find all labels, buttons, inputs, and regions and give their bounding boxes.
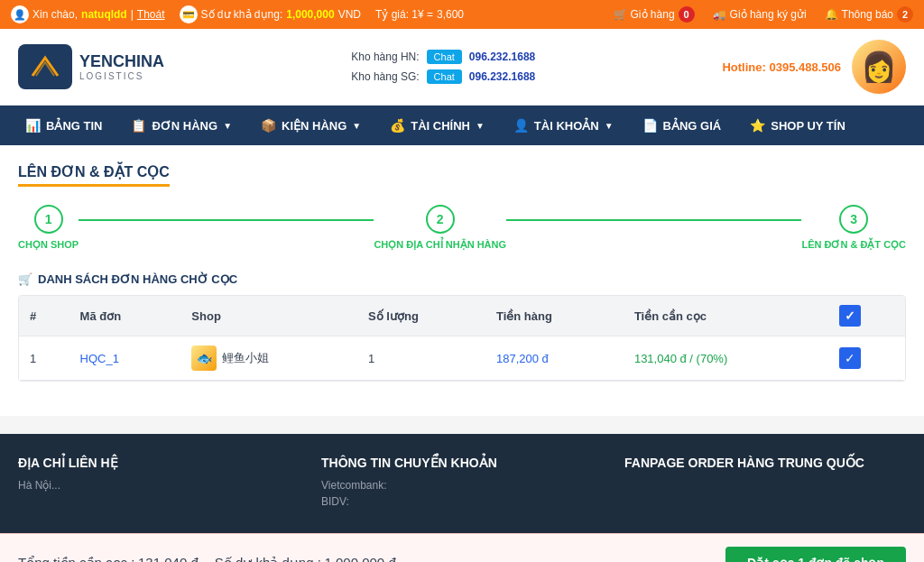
- tai-khoan-icon: 👤: [513, 118, 529, 133]
- cell-index: 1: [19, 336, 69, 381]
- exchange-label: Tỷ giá: 1¥ =: [375, 8, 433, 21]
- order-link[interactable]: HQC_1: [80, 352, 119, 365]
- cart-send-label: Giỏ hàng ký gửi: [730, 8, 807, 21]
- tai-khoan-chevron: ▼: [605, 121, 614, 131]
- separator: |: [131, 8, 134, 21]
- cell-tien-hang: 187,200 đ: [485, 336, 624, 381]
- username[interactable]: natuqldd: [81, 8, 127, 21]
- hotline-text: Hotline: 0395.488.506: [722, 60, 841, 74]
- cell-checkbox[interactable]: ✓: [828, 336, 905, 381]
- tai-khoan-label: TÀI KHOẢN: [534, 119, 599, 133]
- exchange-rate: Tỷ giá: 1¥ = 3,600: [375, 8, 464, 21]
- nav-bang-gia[interactable]: 📄 BẢNG GIÁ: [628, 106, 736, 145]
- footer-col3: FANPAGE ORDER HÀNG TRUNG QUỐC: [624, 456, 906, 511]
- logout-link[interactable]: Thoát: [137, 8, 165, 21]
- footer-col1: ĐỊA CHỈ LIÊN HỆ Hà Nội...: [18, 456, 300, 511]
- bell-icon: 🔔: [825, 8, 838, 21]
- cart-info[interactable]: 🛒 Giỏ hàng 0: [614, 6, 695, 23]
- shop-avatar: 🐟: [191, 345, 217, 371]
- notify-badge: 2: [897, 6, 913, 23]
- header-contact: Kho hàng HN: Chat 096.232.1688 Kho hàng …: [351, 50, 535, 84]
- chat-hn-button[interactable]: Chat: [427, 50, 462, 64]
- bottom-bar: Tổng tiền cần cọc : 131,040 đ Số dư khả …: [0, 533, 924, 562]
- nav-tai-khoan[interactable]: 👤 TÀI KHOẢN ▼: [499, 106, 628, 145]
- step-connector-2: [506, 219, 801, 221]
- contact-hn: Kho hàng HN: Chat 096.232.1688: [351, 50, 535, 64]
- kien-hang-label: KIỆN HÀNG: [282, 119, 346, 133]
- notify-info[interactable]: 🔔 Thông báo 2: [825, 6, 913, 23]
- step-1: 1 CHỌN SHOP: [18, 205, 79, 251]
- cart-icon: 🛒: [614, 8, 627, 21]
- shop-name: 鲤鱼小姐: [222, 350, 269, 366]
- chat-sg-button[interactable]: Chat: [427, 69, 462, 84]
- deposit-button[interactable]: Đặt cọc 1 đơn đã chọn: [725, 547, 906, 562]
- footer-col2: THÔNG TIN CHUYỂN KHOẢN Vietcombank: BIDV…: [321, 456, 603, 511]
- top-bar-right: 🛒 Giỏ hàng 0 🚚 Giỏ hàng ký gửi 🔔 Thông b…: [614, 6, 913, 23]
- brand-sub: LOGISTICS: [79, 71, 164, 81]
- table-row: 1 HQC_1 🐟 鲤鱼小姐 1 187,200 đ: [19, 336, 905, 381]
- bang-tin-label: BẢNG TIN: [46, 119, 102, 133]
- kho-sg-label: Kho hàng SG:: [351, 70, 419, 83]
- header-checkbox[interactable]: ✓: [839, 305, 861, 327]
- nav-shop-uy-tin[interactable]: ⭐ SHOP UY TÍN: [735, 106, 860, 145]
- contact-sg: Kho hàng SG: Chat 096.232.1688: [351, 69, 535, 84]
- nav-don-hang[interactable]: 📋 ĐƠN HÀNG ▼: [116, 106, 246, 145]
- cell-ma-don[interactable]: HQC_1: [69, 336, 181, 381]
- step-3-circle: 3: [839, 205, 868, 234]
- shop-uy-tin-label: SHOP UY TÍN: [771, 119, 845, 133]
- table-title-text: DANH SÁCH ĐƠN HÀNG CHỜ CỌC: [38, 272, 237, 286]
- user-icon: 👤: [11, 5, 29, 23]
- footer-col2-title: THÔNG TIN CHUYỂN KHOẢN: [321, 456, 603, 470]
- cell-shop: 🐟 鲤鱼小姐: [180, 336, 357, 381]
- hotline-phone-value: 0395.488.506: [769, 60, 841, 74]
- table-header-row: # Mã đơn Shop Số lượng Tiền hàng Tiền cầ…: [19, 296, 905, 336]
- col-ma-don: Mã đơn: [69, 296, 181, 336]
- step-2-label: CHỌN ĐỊA CHỈ NHẬN HÀNG: [374, 239, 506, 251]
- row-checkbox[interactable]: ✓: [839, 347, 861, 369]
- nav-bang-tin[interactable]: 📊 BẢNG TIN: [11, 106, 116, 145]
- logo[interactable]: YENCHINA LOGISTICS: [18, 44, 164, 89]
- bottom-bar-left: Tổng tiền cần cọc : 131,040 đ Số dư khả …: [18, 555, 396, 562]
- nav-tai-chinh[interactable]: 💰 TÀI CHÍNH ▼: [375, 106, 499, 145]
- shop-cell: 🐟 鲤鱼小姐: [191, 345, 346, 371]
- don-hang-label: ĐƠN HÀNG: [152, 119, 217, 133]
- header: YENCHINA LOGISTICS Kho hàng HN: Chat 096…: [0, 29, 924, 106]
- kien-hang-icon: 📦: [261, 118, 276, 133]
- balance-currency: VND: [338, 8, 361, 21]
- step-2: 2 CHỌN ĐỊA CHỈ NHẬN HÀNG: [374, 205, 506, 251]
- logo-icon: [18, 44, 72, 89]
- cart-send-icon: 🚚: [713, 8, 726, 21]
- main-content: LÊN ĐƠN & ĐẶT CỌC 1 CHỌN SHOP 2 CHỌN ĐỊA…: [0, 145, 924, 416]
- total-label: Tổng tiền cần cọc :: [18, 555, 134, 562]
- orders-table-container: # Mã đơn Shop Số lượng Tiền hàng Tiền cầ…: [18, 295, 906, 382]
- tien-hang-value: 187,200 đ: [496, 352, 549, 365]
- nav-kien-hang[interactable]: 📦 KIỆN HÀNG ▼: [246, 106, 375, 145]
- phone-sg: 096.232.1688: [469, 70, 535, 83]
- cart-section-icon: 🛒: [18, 272, 32, 286]
- user-info: 👤 Xin chào, natuqldd | Thoát: [11, 5, 165, 23]
- cart-send-info[interactable]: 🚚 Giỏ hàng ký gửi: [713, 8, 807, 21]
- header-hotline: Hotline: 0395.488.506 👩: [722, 40, 906, 94]
- cart-badge: 0: [679, 6, 695, 23]
- brand-name: YENCHINA: [79, 52, 164, 71]
- bang-tin-icon: 📊: [25, 118, 41, 133]
- step-3-label: LÊN ĐƠN & ĐẶT CỌC: [801, 239, 906, 251]
- col-index: #: [19, 296, 69, 336]
- tai-chinh-icon: 💰: [390, 118, 405, 133]
- notify-label: Thông báo: [842, 8, 893, 21]
- kien-hang-chevron: ▼: [352, 121, 361, 131]
- kho-hn-label: Kho hàng HN:: [351, 51, 419, 63]
- footer-col2-bank1: Vietcombank:: [321, 479, 603, 492]
- step-1-label: CHỌN SHOP: [18, 239, 79, 251]
- col-shop: Shop: [180, 296, 357, 336]
- greeting-text: Xin chào,: [32, 8, 78, 21]
- step-2-circle: 2: [426, 205, 455, 234]
- orders-table: # Mã đơn Shop Số lượng Tiền hàng Tiền cầ…: [19, 296, 905, 381]
- footer: ĐỊA CHỈ LIÊN HỆ Hà Nội... THÔNG TIN CHUY…: [0, 434, 924, 533]
- balance-info: 💳 Số dư khả dụng: 1,000,000 VND: [180, 5, 361, 23]
- balance-label: Số dư khả dụng:: [201, 8, 283, 21]
- hotline-avatar: 👩: [852, 40, 906, 94]
- step-1-circle: 1: [34, 205, 63, 234]
- main-nav: 📊 BẢNG TIN 📋 ĐƠN HÀNG ▼ 📦 KIỆN HÀNG ▼ 💰 …: [0, 106, 924, 145]
- cell-so-luong: 1: [357, 336, 485, 381]
